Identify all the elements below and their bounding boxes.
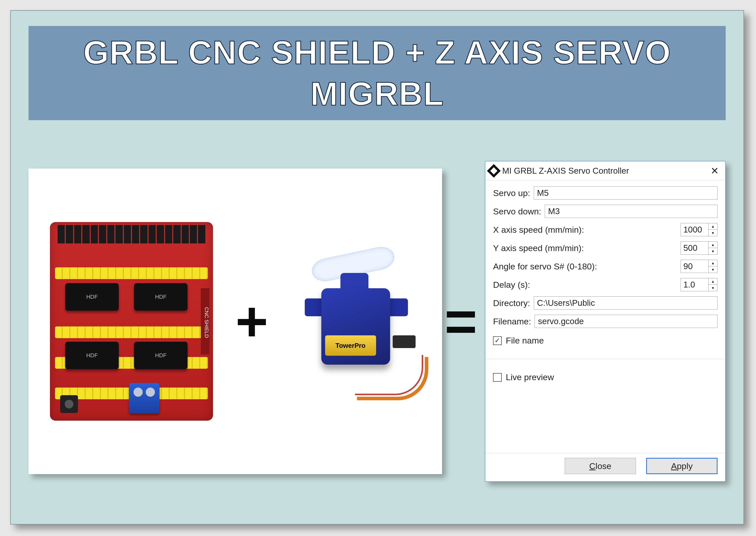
servo-up-label: Servo up: (493, 188, 530, 198)
angle-spin-up[interactable]: ▲ (709, 260, 717, 266)
dialog-title: MI GRBL Z-AXIS Servo Controller (502, 166, 705, 176)
angle-label: Angle for servo S# (0-180): (493, 261, 677, 271)
outer-card: GRBL CNC SHIELD + Z AXIS SERVO MIGRBL HD… (10, 10, 744, 524)
apply-button[interactable]: Apply (646, 458, 718, 474)
illustration-card: HDF HDF HDF HDF CNC SHIELD + TowerPro (28, 169, 442, 474)
directory-row: Directory: C:\Users\Public (493, 296, 718, 310)
title-banner: GRBL CNC SHIELD + Z AXIS SERVO MIGRBL (28, 26, 726, 120)
servo-down-row: Servo down: M3 (493, 205, 718, 218)
content-row: HDF HDF HDF HDF CNC SHIELD + TowerPro (28, 153, 726, 489)
servo-down-label: Servo down: (493, 207, 541, 217)
x-speed-row: X axis speed (mm/min): 1000 ▲ ▼ (493, 223, 718, 236)
dialog-divider (486, 359, 725, 359)
servo-brand-label: TowerPro (325, 335, 376, 356)
inkscape-icon (489, 166, 499, 176)
y-speed-row: Y axis speed (mm/min): 500 ▲ ▼ (493, 241, 718, 254)
angle-input[interactable]: 90 (681, 260, 709, 273)
x-speed-spin-down[interactable]: ▼ (709, 230, 717, 236)
dialog-body: Servo up: M5 Servo down: M3 X axis speed… (486, 180, 725, 453)
live-preview-checkbox-label: Live preview (506, 372, 554, 382)
servo-image: TowerPro (291, 245, 421, 398)
servo-up-input[interactable]: M5 (534, 186, 718, 200)
live-preview-checkbox-row: Live preview (493, 372, 718, 382)
x-speed-label: X axis speed (mm/min): (493, 225, 677, 235)
servo-up-row: Servo up: M5 (493, 186, 718, 200)
x-speed-spin-up[interactable]: ▲ (709, 223, 717, 230)
filename-input[interactable]: servo.gcode (535, 315, 718, 328)
stepper-driver-cap: HDF (134, 283, 188, 311)
file-name-checkbox-label: File name (506, 336, 544, 346)
delay-row: Delay (s): 1.0 ▲ ▼ (493, 278, 718, 291)
close-button[interactable]: Close (565, 458, 636, 474)
directory-label: Directory: (493, 298, 530, 308)
reset-button-icon (60, 395, 78, 413)
filename-row: Filename: servo.gcode (493, 315, 718, 328)
file-name-checkbox[interactable]: ✓ (493, 336, 502, 345)
cnc-shield-image: HDF HDF HDF HDF CNC SHIELD (50, 222, 213, 421)
angle-spin-down[interactable]: ▼ (709, 266, 717, 273)
dialog-button-row: Close Apply (486, 453, 725, 481)
close-icon[interactable]: ✕ (708, 164, 721, 177)
file-name-checkbox-row: ✓ File name (493, 336, 718, 346)
delay-label: Delay (s): (493, 280, 677, 290)
directory-input[interactable]: C:\Users\Public (534, 296, 718, 310)
power-terminal (129, 383, 160, 414)
y-speed-label: Y axis speed (mm/min): (493, 243, 677, 253)
delay-input[interactable]: 1.0 (681, 278, 709, 291)
servo-controller-dialog: MI GRBL Z-AXIS Servo Controller ✕ Servo … (485, 161, 726, 482)
y-speed-spin-down[interactable]: ▼ (709, 248, 717, 254)
servo-down-input[interactable]: M3 (545, 205, 718, 218)
stepper-driver-cap: HDF (65, 342, 119, 369)
stepper-driver-cap: HDF (134, 342, 188, 369)
delay-spin-up[interactable]: ▲ (709, 278, 717, 285)
apply-button-label: Apply (671, 461, 693, 471)
page-title: GRBL CNC SHIELD + Z AXIS SERVO MIGRBL (34, 32, 721, 115)
angle-row: Angle for servo S# (0-180): 90 ▲ ▼ (493, 260, 718, 273)
plus-symbol: + (235, 293, 268, 349)
cnc-side-label: CNC SHIELD (201, 288, 209, 354)
filename-label: Filename: (493, 317, 531, 326)
close-button-label: Close (589, 461, 612, 471)
stepper-driver-cap: HDF (65, 283, 119, 311)
delay-spin-down[interactable]: ▼ (709, 285, 717, 291)
x-speed-input[interactable]: 1000 (681, 223, 709, 236)
equals-symbol: = (445, 289, 477, 354)
y-speed-spin-up[interactable]: ▲ (709, 242, 717, 248)
live-preview-checkbox[interactable] (493, 373, 502, 382)
dialog-titlebar[interactable]: MI GRBL Z-AXIS Servo Controller ✕ (486, 161, 725, 180)
y-speed-input[interactable]: 500 (681, 241, 709, 254)
